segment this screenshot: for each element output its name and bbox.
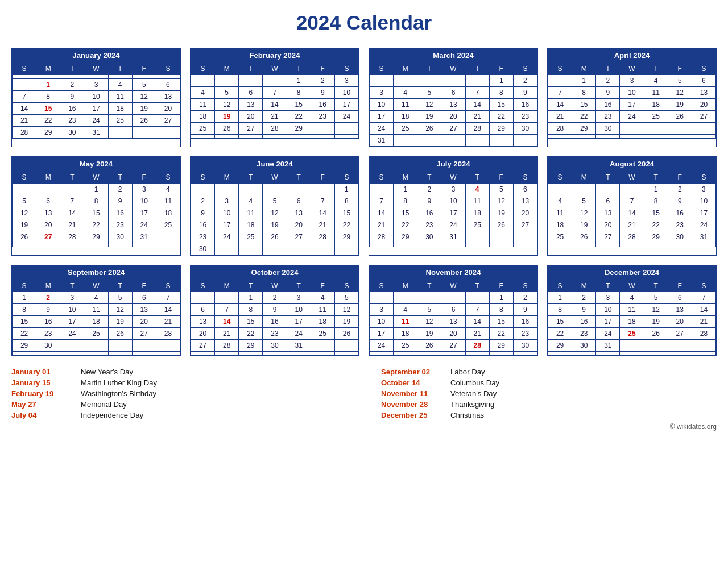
day-cell: 17 bbox=[692, 207, 715, 219]
day-cell: 8 bbox=[334, 195, 358, 207]
day-cell: 14 bbox=[370, 207, 394, 219]
day-cell: 10 bbox=[60, 304, 84, 316]
day-cell: 20 bbox=[441, 111, 465, 123]
day-cell bbox=[287, 184, 311, 195]
day-cell: 31 bbox=[596, 340, 620, 352]
day-cell bbox=[132, 127, 156, 139]
day-cell bbox=[596, 184, 620, 195]
weekday-header: T bbox=[596, 280, 620, 292]
day-cell: 25 bbox=[191, 123, 215, 135]
day-cell: 23 bbox=[191, 231, 215, 243]
day-cell: 18 bbox=[191, 111, 215, 123]
day-cell: 1 bbox=[84, 184, 108, 195]
day-cell: 27 bbox=[513, 219, 537, 231]
day-cell bbox=[239, 184, 263, 195]
day-cell: 29 bbox=[394, 231, 417, 243]
day-cell: 10 bbox=[370, 316, 394, 328]
day-cell: 14 bbox=[215, 316, 239, 328]
day-cell bbox=[36, 184, 60, 195]
day-cell: 12 bbox=[13, 207, 36, 219]
month-header: September 2024 bbox=[12, 265, 180, 280]
day-cell: 18 bbox=[394, 111, 417, 123]
weekday-header: F bbox=[668, 63, 692, 75]
day-cell bbox=[287, 243, 311, 255]
day-cell: 17 bbox=[370, 111, 394, 123]
day-cell: 12 bbox=[572, 207, 596, 219]
day-cell: 19 bbox=[572, 219, 596, 231]
day-cell bbox=[263, 184, 287, 195]
weekday-header: T bbox=[287, 280, 311, 292]
day-cell: 18 bbox=[394, 328, 417, 340]
day-cell: 21 bbox=[13, 115, 36, 127]
day-cell: 20 bbox=[596, 219, 620, 231]
day-cell bbox=[84, 352, 108, 356]
day-cell bbox=[620, 243, 644, 247]
month-8: August 2024SMTWTFS1234567891011121314151… bbox=[547, 156, 717, 256]
day-cell bbox=[441, 352, 465, 356]
day-cell: 28 bbox=[215, 340, 239, 352]
day-cell: 24 bbox=[84, 115, 108, 127]
day-cell: 5 bbox=[572, 195, 596, 207]
footer: © wikidates.org bbox=[11, 423, 717, 431]
day-cell: 11 bbox=[394, 99, 417, 111]
day-cell: 8 bbox=[84, 195, 108, 207]
weekday-header: M bbox=[36, 63, 60, 75]
day-cell: 18 bbox=[465, 207, 489, 219]
day-cell: 26 bbox=[668, 111, 692, 123]
day-cell: 1 bbox=[489, 292, 513, 304]
day-cell bbox=[394, 292, 417, 304]
weekday-header: M bbox=[215, 63, 239, 75]
month-7: July 2024SMTWTFS123456789101112131415161… bbox=[369, 156, 538, 256]
weekday-header: S bbox=[156, 172, 180, 184]
day-cell bbox=[644, 340, 668, 352]
day-cell bbox=[191, 184, 215, 195]
day-cell: 22 bbox=[334, 219, 358, 231]
day-cell: 28 bbox=[465, 340, 489, 352]
day-cell: 5 bbox=[417, 87, 441, 99]
day-cell: 8 bbox=[644, 195, 668, 207]
day-cell: 20 bbox=[239, 111, 263, 123]
day-cell: 14 bbox=[548, 99, 572, 111]
day-cell: 16 bbox=[108, 207, 132, 219]
day-cell: 21 bbox=[370, 219, 394, 231]
day-cell bbox=[156, 75, 180, 79]
day-cell: 23 bbox=[311, 111, 334, 123]
day-cell bbox=[191, 352, 215, 356]
day-cell bbox=[311, 243, 334, 255]
weekday-header: S bbox=[548, 63, 572, 75]
day-cell: 19 bbox=[108, 316, 132, 328]
day-cell: 11 bbox=[156, 195, 180, 207]
day-cell bbox=[60, 184, 84, 195]
month-10: October 2024SMTWTFS123456789101112131415… bbox=[190, 265, 359, 356]
day-cell bbox=[441, 243, 465, 247]
day-cell bbox=[84, 75, 108, 79]
day-cell: 13 bbox=[668, 304, 692, 316]
weekday-header: S bbox=[334, 63, 358, 75]
weekday-header: S bbox=[13, 172, 36, 184]
day-cell: 3 bbox=[287, 292, 311, 304]
day-cell bbox=[668, 352, 692, 356]
weekday-header: F bbox=[311, 280, 334, 292]
day-cell bbox=[465, 75, 489, 87]
day-cell: 6 bbox=[441, 87, 465, 99]
day-cell: 24 bbox=[60, 328, 84, 340]
day-cell bbox=[36, 352, 60, 356]
day-cell bbox=[489, 243, 513, 247]
day-cell bbox=[489, 135, 513, 147]
weekday-header: S bbox=[548, 172, 572, 184]
day-cell: 10 bbox=[132, 195, 156, 207]
day-cell: 29 bbox=[489, 123, 513, 135]
holiday-date: July 04 bbox=[11, 411, 74, 419]
day-cell: 18 bbox=[548, 219, 572, 231]
weekday-header: W bbox=[84, 172, 108, 184]
day-cell: 19 bbox=[132, 103, 156, 115]
holiday-date: October 14 bbox=[381, 378, 444, 387]
day-cell: 18 bbox=[156, 207, 180, 219]
day-cell bbox=[465, 292, 489, 304]
day-cell: 6 bbox=[36, 195, 60, 207]
day-cell: 3 bbox=[370, 87, 394, 99]
day-cell bbox=[513, 135, 537, 147]
day-cell: 8 bbox=[572, 87, 596, 99]
day-cell: 22 bbox=[644, 219, 668, 231]
day-cell: 19 bbox=[489, 207, 513, 219]
